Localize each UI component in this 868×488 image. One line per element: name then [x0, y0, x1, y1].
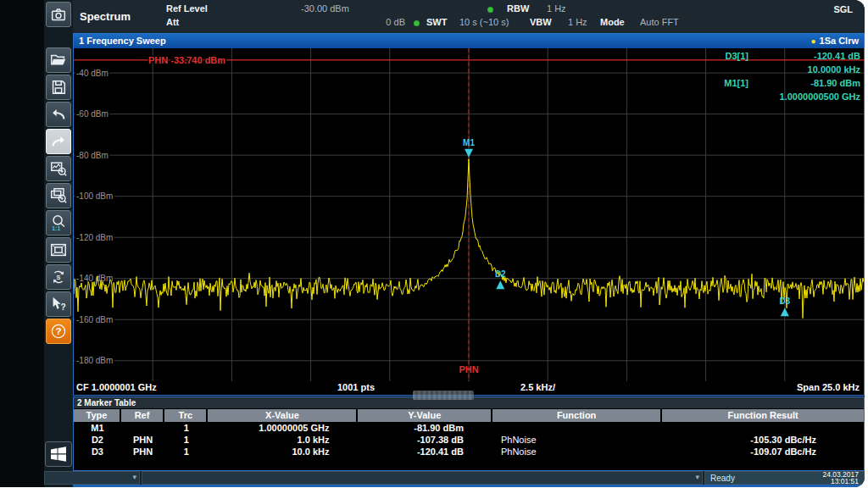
window-splitter-handle[interactable]: [413, 391, 474, 400]
marker-table-row[interactable]: M111.00000005 GHz-81.90 dBm: [74, 422, 864, 434]
marker-readout-value: 10.0000 kHz: [748, 63, 860, 76]
mode-value[interactable]: Auto FFT: [640, 17, 679, 27]
marker-readout-value: 1.0000000500 GHz: [748, 90, 860, 103]
marker-cell: PhNoise: [492, 434, 662, 446]
sweep-points-value[interactable]: 1001 pts: [337, 382, 375, 392]
marker-table-window: 2 Marker Table TypeRefTrcX-ValueY-ValueF…: [73, 396, 865, 471]
marker-cell: M1: [74, 422, 121, 434]
column-header-type: Type: [74, 409, 121, 422]
zoom-one-to-one-button[interactable]: 1:1: [46, 210, 71, 236]
marker-d2-triangle-icon[interactable]: [496, 280, 504, 289]
zoom-graph-button[interactable]: [46, 156, 71, 181]
sweep-window-title: 1 Frequency Sweep: [79, 34, 166, 48]
swt-value[interactable]: 10 s (~10 s): [459, 17, 509, 27]
status-dropdown-left[interactable]: ▾: [44, 471, 140, 485]
datetime: 24.03.2017 13:01:51: [822, 471, 859, 485]
window-bottom-border: [73, 485, 865, 487]
marker-cell: 10.0 kHz: [208, 446, 358, 458]
svg-text:1:1: 1:1: [52, 225, 60, 231]
undo-arrow-icon: [49, 105, 68, 124]
save-button[interactable]: [46, 75, 71, 100]
column-header-y-value: Y-Value: [358, 409, 492, 422]
marker-readout-value: -120.41 dB: [748, 49, 860, 63]
center-frequency-value[interactable]: CF 1.0000001 GHz: [76, 382, 157, 392]
frequency-sweep-window: 1 Frequency Sweep ●1Sa Clrw -40 dBm-60 d…: [73, 33, 865, 396]
marker-cell: [121, 422, 164, 434]
open-file-button[interactable]: [46, 47, 71, 73]
att-value[interactable]: 0 dB: [301, 17, 405, 27]
vbw-value[interactable]: 1 Hz: [568, 17, 587, 27]
svg-text:?: ?: [60, 302, 65, 312]
column-header-function-result: Function Result: [662, 409, 864, 422]
att-label: Att: [166, 17, 179, 27]
y-axis-label: -120 dBm: [76, 233, 113, 242]
marker-readout-name: [689, 63, 748, 76]
marker-readout-name: M1[1]: [689, 76, 748, 90]
marker-cell: -107.38 dB: [358, 434, 492, 446]
ref-level-label: Ref Level: [166, 3, 208, 14]
context-help-button[interactable]: ?: [46, 291, 71, 317]
y-axis-label: -160 dBm: [76, 315, 113, 324]
windows-start-button[interactable]: [45, 441, 72, 467]
multi-zoom-button[interactable]: [46, 183, 71, 208]
marker-cell: -120.41 dB: [358, 446, 492, 458]
spectrum-plot[interactable]: -40 dBm-60 dBm-80 dBm-100 dBm-120 dBm-14…: [74, 48, 864, 381]
column-header-x-value: X-Value: [208, 409, 358, 422]
sequencer-button[interactable]: S: [46, 264, 71, 290]
trace-color-dot-icon: ●: [810, 36, 815, 46]
per-division-value[interactable]: 2.5 kHz/: [520, 382, 555, 392]
sweep-window-titlebar[interactable]: 1 Frequency Sweep ●1Sa Clrw: [74, 34, 864, 48]
ref-level-value[interactable]: -30.00 dBm: [301, 3, 349, 14]
screenshot-button[interactable]: [46, 2, 71, 27]
y-axis-label: -80 dBm: [76, 151, 108, 160]
main-area: Spectrum Ref Level -30.00 dBm RBW 1 Hz A…: [73, 0, 865, 487]
column-header-ref: Ref: [121, 409, 164, 422]
status-message-dropdown[interactable]: ▾: [142, 471, 703, 485]
tab-spectrum[interactable]: Spectrum: [80, 0, 158, 33]
marker-cell: -109.07 dBc/Hz: [662, 446, 864, 458]
rbw-value[interactable]: 1 Hz: [547, 3, 566, 14]
help-button[interactable]: ?: [46, 319, 71, 344]
status-right-panel: Ready 24.03.2017 13:01:51: [704, 471, 865, 485]
marker-readout-row: 10.0000 kHz: [689, 63, 860, 76]
marker-m1-triangle-icon[interactable]: [465, 149, 473, 158]
marker-cell: 1: [164, 434, 208, 446]
swt-label: SWT: [426, 17, 447, 27]
frame-icon: [49, 241, 68, 259]
marker-m1-label: M1: [463, 138, 475, 147]
screen: 1:1S?? Spectrum Ref Level -30.00 dBm RBW…: [0, 0, 868, 488]
rbw-led-icon: [487, 7, 493, 13]
marker-cell: [662, 422, 864, 434]
marker-cell: 1.00000005 GHz: [208, 422, 358, 434]
marker-d3-label: D3: [779, 297, 790, 306]
help-icon: ?: [49, 322, 68, 341]
marker-cell: D2: [74, 434, 121, 446]
sequencer-icon: S: [49, 268, 68, 286]
chevron-down-icon: ▾: [695, 473, 699, 481]
y-axis-label: -180 dBm: [76, 356, 113, 365]
display-frame-button[interactable]: [46, 237, 71, 263]
phn-line-label: PHN -33.740 dBm: [148, 55, 225, 65]
left-toolbar: 1:1S??: [44, 0, 73, 487]
redo-arrow-icon: [49, 132, 68, 151]
span-value[interactable]: Span 25.0 kHz: [797, 382, 860, 392]
zoom-1-1-icon: 1:1: [49, 214, 68, 232]
svg-text:S: S: [57, 274, 61, 281]
marker-readout-name: [689, 90, 748, 103]
marker-d3-triangle-icon[interactable]: [781, 308, 789, 316]
redo-button[interactable]: [46, 129, 71, 154]
undo-button[interactable]: [46, 102, 71, 127]
chevron-down-icon: ▾: [132, 473, 136, 481]
marker-table-row[interactable]: D2PHN11.0 kHz-107.38 dBPhNoise-105.30 dB…: [74, 434, 864, 446]
trace-legend[interactable]: ●1Sa Clrw: [810, 34, 859, 48]
marker-cell: -81.90 dBm: [358, 422, 492, 434]
multi-zoom-icon: [49, 186, 68, 205]
marker-cell: 1: [164, 446, 208, 458]
marker-readout[interactable]: D3[1]-120.41 dB10.0000 kHzM1[1]-81.90 dB…: [689, 49, 860, 103]
y-axis-label: -40 dBm: [76, 69, 108, 78]
trace-legend-label: 1Sa Clrw: [820, 36, 859, 46]
column-header-trc: Trc: [164, 409, 208, 422]
single-sweep-indicator: SGL: [833, 4, 853, 14]
swt-led-icon: [414, 20, 420, 26]
marker-table-row[interactable]: D3PHN110.0 kHz-120.41 dBPhNoise-109.07 d…: [74, 446, 864, 458]
